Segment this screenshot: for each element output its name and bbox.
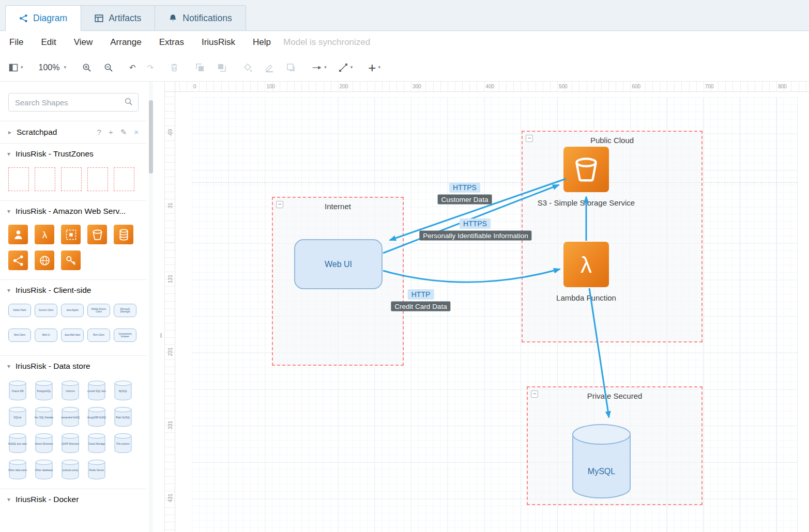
zoom-in-button[interactable] xyxy=(82,62,92,73)
node-mysql[interactable]: MySQL xyxy=(572,424,631,499)
palette-client-shape[interactable]: Java Web Start xyxy=(61,328,84,342)
palette-datastore-shape[interactable]: File system xyxy=(114,432,132,454)
sidebar-splitter[interactable]: ‖ xyxy=(160,332,162,339)
section-datastore[interactable]: ▾ IriusRisk - Data store xyxy=(0,355,147,377)
palette-datastore-shape[interactable]: PostgreSQL xyxy=(35,380,53,401)
sidebar-scrollbar[interactable] xyxy=(149,100,153,174)
fill-color-button[interactable] xyxy=(242,62,253,73)
flow-protocol-label[interactable]: HTTP xyxy=(408,289,434,300)
line-color-button[interactable] xyxy=(264,62,274,73)
tab-notifications[interactable]: Notifications xyxy=(155,5,246,30)
scratchpad-section[interactable]: ▸ Scratchpad ? + ✎ × xyxy=(0,121,147,143)
palette-datastore-shape[interactable]: Other SQL Database xyxy=(35,406,53,428)
palette-aws-user[interactable] xyxy=(8,225,28,244)
to-back-button[interactable] xyxy=(217,62,227,73)
search-input[interactable] xyxy=(8,93,139,112)
scratchpad-edit-icon[interactable]: ✎ xyxy=(120,128,127,137)
flow-protocol-label[interactable]: HTTPS xyxy=(449,182,480,193)
palette-client-shape[interactable]: Adobe Flash xyxy=(8,304,31,317)
menu-view[interactable]: View xyxy=(74,37,93,48)
palette-datastore-shape[interactable]: Microsoft SQL Server xyxy=(87,380,106,401)
palette-aws-dynamodb[interactable] xyxy=(114,225,133,244)
scratchpad-add-icon[interactable]: + xyxy=(109,128,113,137)
section-trustzones[interactable]: ▾ IriusRisk - TrustZones xyxy=(0,143,147,164)
palette-trustzone[interactable] xyxy=(87,167,108,191)
section-aws[interactable]: ▾ IriusRisk - Amazon Web Serv... xyxy=(0,200,147,222)
flow-asset-label[interactable]: Personally Identifiable Information xyxy=(419,231,531,241)
palette-datastore-shape[interactable]: Other NoSQL key-value store xyxy=(8,432,27,454)
palette-aws-topic[interactable] xyxy=(8,251,28,270)
palette-aws-key[interactable] xyxy=(61,251,81,270)
menu-file[interactable]: File xyxy=(9,37,23,48)
palette-datastore-shape[interactable]: LDAP Directory xyxy=(61,432,80,454)
palette-client-shape[interactable]: Java Applet xyxy=(61,304,84,317)
shadow-button[interactable] xyxy=(286,62,296,73)
palette-datastore-shape[interactable]: Oracle DB xyxy=(8,380,27,401)
palette-trustzone[interactable] xyxy=(61,167,82,191)
to-front-button[interactable] xyxy=(195,62,205,73)
waypoint-style-button[interactable]: ▾ xyxy=(338,62,353,73)
zoom-dropdown[interactable]: 100% ▾ xyxy=(39,64,66,72)
redo-button[interactable]: ↷ xyxy=(147,64,154,71)
tab-artifacts[interactable]: Artifacts xyxy=(81,5,155,30)
palette-trustzone[interactable] xyxy=(8,167,29,191)
palette-datastore-shape[interactable]: Redis Server xyxy=(87,459,106,480)
page-view-button[interactable]: ▾ xyxy=(8,62,23,73)
palette-client-shape[interactable]: Rich Client xyxy=(87,328,110,342)
palette-trustzone[interactable] xyxy=(114,167,134,191)
palette-datastore-shape[interactable]: Active Directory xyxy=(35,432,53,454)
connection-style-button[interactable]: ▾ xyxy=(312,62,327,73)
tab-diagram[interactable]: Diagram xyxy=(5,5,81,31)
node-s3[interactable] xyxy=(563,147,609,192)
palette-datastore-shape[interactable]: Informix xyxy=(61,380,80,401)
ruler-number: -69 xyxy=(167,129,173,136)
flow-protocol-label[interactable]: HTTPS xyxy=(460,218,491,229)
palette-client-shape[interactable]: Web Client xyxy=(8,328,31,342)
node-web-ui[interactable]: Web UI xyxy=(294,239,383,289)
tab-label: Notifications xyxy=(182,13,232,24)
trustzone-public-cloud[interactable]: − Public Cloud xyxy=(522,131,703,342)
palette-client-shape[interactable]: Web UI xyxy=(35,328,57,342)
diagram-canvas[interactable]: 0100200300400500600700800 -6931131231331… xyxy=(164,82,809,532)
palette-datastore-shape[interactable]: Other database xyxy=(35,459,53,480)
delete-button[interactable] xyxy=(169,62,179,73)
palette-client-shape[interactable]: Microsoft Silverlight xyxy=(114,304,136,317)
palette-datastore-shape[interactable]: SQLite xyxy=(8,406,27,428)
palette-aws-globe[interactable] xyxy=(35,251,54,270)
application-window: Diagram Artifacts Notifications FileEdit… xyxy=(0,0,809,532)
section-client-side[interactable]: ▾ IriusRisk - Client-side xyxy=(0,279,147,301)
zoom-out-button[interactable] xyxy=(103,62,114,73)
ruler-number: 0 xyxy=(193,84,196,89)
palette-aws-bucket[interactable] xyxy=(87,225,107,244)
chevron-down-icon: ▾ xyxy=(21,65,23,70)
palette-trustzone[interactable] xyxy=(35,167,55,191)
palette-aws-container[interactable] xyxy=(61,225,81,244)
menu-edit[interactable]: Edit xyxy=(41,37,56,48)
undo-button[interactable]: ↶ xyxy=(129,64,136,71)
palette-datastore-shape[interactable]: MongoDB NoSQL xyxy=(87,406,106,428)
menu-help[interactable]: Help xyxy=(253,37,271,48)
insert-button[interactable]: + ▾ xyxy=(368,61,380,74)
palette-datastore-shape[interactable]: Cloud Storage xyxy=(87,432,106,454)
flow-asset-label[interactable]: Customer Data xyxy=(438,195,492,205)
app-tabbar: Diagram Artifacts Notifications xyxy=(0,0,809,31)
palette-datastore-shape[interactable]: Cassandra NoSQL xyxy=(61,406,80,428)
palette-client-shape[interactable]: Mobile Device Client xyxy=(87,304,110,317)
scratchpad-help-icon[interactable]: ? xyxy=(97,128,101,137)
menu-arrange[interactable]: Arrange xyxy=(110,37,141,48)
connection-arrow-icon xyxy=(312,62,322,73)
canvas-content[interactable]: − Internet − Public Cloud − Private Secu… xyxy=(175,92,809,532)
palette-datastore-shape[interactable]: Other data store xyxy=(8,459,27,480)
scratchpad-close-icon[interactable]: × xyxy=(134,128,139,137)
palette-client-shape[interactable]: Generic Client xyxy=(35,304,57,317)
menu-iriusrisk[interactable]: IriusRisk xyxy=(202,37,235,48)
section-docker[interactable]: ▾ IriusRisk - Docker xyxy=(0,489,147,510)
palette-aws-lambda[interactable]: λ xyxy=(35,225,54,244)
palette-datastore-shape[interactable]: Riak NoSQL xyxy=(114,406,132,428)
node-lambda[interactable]: λ xyxy=(563,242,609,287)
palette-datastore-shape[interactable]: MySQL xyxy=(114,380,132,401)
palette-client-shape[interactable]: Components browser xyxy=(114,328,136,342)
palette-datastore-shape[interactable]: pubsub-comp xyxy=(61,459,80,480)
menu-extras[interactable]: Extras xyxy=(159,37,184,48)
flow-asset-label[interactable]: Credit Card Data xyxy=(391,302,450,311)
